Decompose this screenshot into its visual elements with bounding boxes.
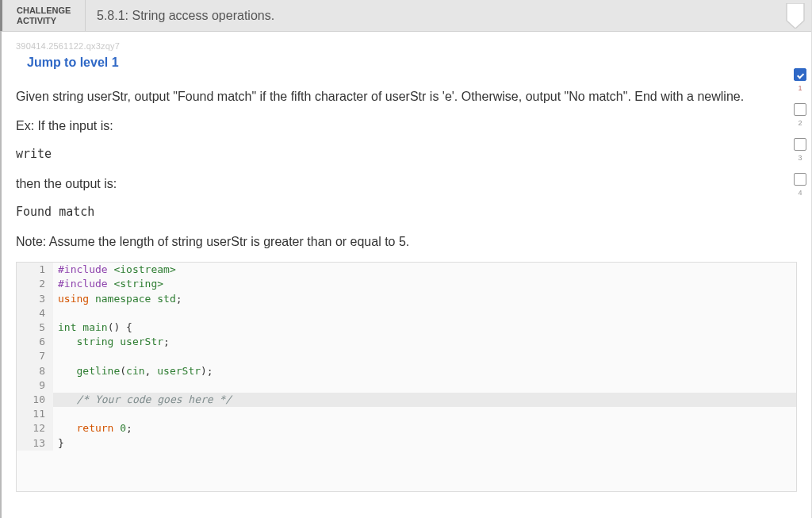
code-text[interactable]	[53, 378, 58, 393]
level-number-label: 1	[794, 84, 806, 92]
level-box-1[interactable]	[794, 68, 806, 81]
line-number: 7	[17, 349, 53, 363]
challenge-title: 5.8.1: String access operations.	[86, 9, 274, 23]
code-line[interactable]: 11	[17, 407, 796, 421]
challenge-badge: CHALLENGE ACTIVITY	[0, 0, 86, 31]
line-number: 12	[17, 421, 53, 436]
code-line[interactable]: 10 /* Your code goes here */	[17, 393, 796, 407]
code-line[interactable]: 13}	[17, 436, 796, 451]
code-line[interactable]: 6 string userStr;	[17, 335, 796, 349]
code-text[interactable]	[53, 407, 58, 421]
level-number-label: 3	[794, 154, 806, 162]
code-line[interactable]: 2#include <string>	[17, 277, 796, 291]
line-number: 9	[17, 378, 53, 393]
code-line[interactable]: 9	[17, 378, 796, 393]
code-text[interactable]: /* Your code goes here */	[53, 393, 232, 407]
code-line[interactable]: 8 getline(cin, userStr);	[17, 364, 796, 378]
level-indicator-3: 3	[794, 138, 806, 162]
level-number-label: 2	[794, 119, 806, 127]
level-indicator-2: 2	[794, 103, 806, 127]
line-number: 4	[17, 306, 53, 320]
code-line[interactable]: 7	[17, 349, 796, 363]
code-text[interactable]	[53, 349, 58, 363]
line-number: 10	[17, 393, 53, 407]
prompt-example-input: write	[16, 146, 797, 163]
challenge-header: CHALLENGE ACTIVITY 5.8.1: String access …	[2, 0, 811, 32]
line-number: 6	[17, 335, 53, 349]
line-number: 11	[17, 407, 53, 421]
line-number: 5	[17, 320, 53, 335]
code-text[interactable]: using namespace std;	[53, 292, 182, 306]
level-box-4[interactable]	[794, 173, 806, 186]
prompt-output-intro: then the output is:	[16, 175, 797, 193]
code-text[interactable]: getline(cin, userStr);	[53, 364, 213, 378]
prompt-example-intro: Ex: If the input is:	[16, 117, 797, 135]
content-area: 390414.2561122.qx3zqy7 Jump to level 1 G…	[2, 32, 811, 492]
line-number: 3	[17, 292, 53, 306]
code-line[interactable]: 4	[17, 306, 796, 320]
code-editor[interactable]: 1#include <iostream>2#include <string>3u…	[16, 262, 797, 492]
line-number: 13	[17, 436, 53, 451]
code-line[interactable]: 12 return 0;	[17, 421, 796, 436]
jump-to-level-link[interactable]: Jump to level 1	[16, 56, 119, 70]
activity-id: 390414.2561122.qx3zqy7	[16, 41, 797, 51]
level-indicator-4: 4	[794, 173, 806, 197]
code-line[interactable]: 3using namespace std;	[17, 292, 796, 306]
prompt-description: Given string userStr, output "Found matc…	[16, 87, 797, 106]
code-text[interactable]: return 0;	[53, 421, 132, 436]
prompt-example-output: Found match	[16, 204, 797, 221]
level-box-3[interactable]	[794, 138, 806, 151]
code-line[interactable]: 1#include <iostream>	[17, 263, 796, 277]
level-indicator-1: 1	[794, 68, 806, 92]
challenge-badge-line1: CHALLENGE	[17, 6, 85, 15]
challenge-badge-line2: ACTIVITY	[17, 16, 85, 25]
level-box-2[interactable]	[794, 103, 806, 116]
code-text[interactable]: #include <string>	[53, 277, 163, 291]
prompt-note: Note: Assume the length of string userSt…	[16, 232, 797, 251]
level-number-label: 4	[794, 189, 806, 197]
prompt-text: Given string userStr, output "Found matc…	[16, 87, 797, 251]
line-number: 2	[17, 277, 53, 291]
code-text[interactable]: #include <iostream>	[53, 263, 176, 277]
level-indicator-column: 1234	[794, 68, 806, 197]
shield-icon	[786, 3, 805, 29]
page: CHALLENGE ACTIVITY 5.8.1: String access …	[0, 0, 812, 518]
code-text[interactable]	[53, 306, 58, 320]
code-text[interactable]: int main() {	[53, 320, 132, 335]
line-number: 1	[17, 263, 53, 277]
code-text[interactable]: string userStr;	[53, 335, 170, 349]
code-text[interactable]: }	[53, 436, 64, 451]
code-line[interactable]: 5int main() {	[17, 320, 796, 335]
line-number: 8	[17, 364, 53, 378]
